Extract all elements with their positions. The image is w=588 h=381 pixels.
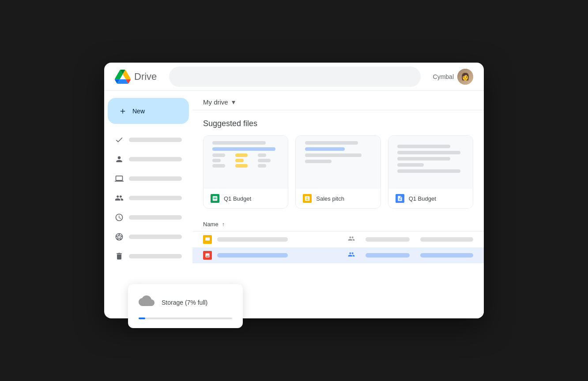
file-list-header: Name ↑ xyxy=(192,217,484,232)
docs-icon xyxy=(396,194,404,203)
preview-content xyxy=(397,141,464,176)
suggested-files-section: Suggested files xyxy=(192,110,484,217)
trash-icon xyxy=(115,252,124,261)
new-button[interactable]: ＋ New xyxy=(108,98,189,124)
file-row-size xyxy=(420,253,473,258)
people-icon xyxy=(115,194,124,202)
my-drive-icon xyxy=(115,135,124,144)
sidebar-item-recent[interactable] xyxy=(108,209,189,226)
person-icon xyxy=(115,155,124,164)
people-icon xyxy=(348,251,355,260)
svg-rect-0 xyxy=(205,238,210,241)
file-row-name xyxy=(217,237,288,242)
preview-line xyxy=(397,145,450,148)
preview-line xyxy=(212,159,221,162)
storage-label: Storage (7% full) xyxy=(162,299,207,306)
plus-icon: ＋ xyxy=(118,105,127,117)
drive-logo-icon xyxy=(115,69,131,85)
preview-line xyxy=(212,164,225,168)
file-name: Sales pitch xyxy=(316,195,344,202)
file-list-section: Name ↑ xyxy=(192,217,484,263)
preview-line xyxy=(258,164,266,168)
preview-content xyxy=(305,141,372,166)
table-row[interactable] xyxy=(192,247,484,263)
avatar-image: 👩 xyxy=(457,69,473,85)
sidebar-item-label xyxy=(129,254,182,258)
breadcrumb-title[interactable]: My drive xyxy=(203,98,228,106)
file-name: Q1 Budget xyxy=(224,195,251,202)
cloud-icon xyxy=(139,293,155,312)
preview-line xyxy=(305,147,345,151)
preview-line xyxy=(397,163,424,167)
clock-icon xyxy=(115,213,124,222)
file-card-info: Sales pitch xyxy=(296,189,380,208)
preview-line xyxy=(305,141,358,145)
sidebar-item-trash[interactable] xyxy=(108,247,189,265)
sidebar-item-my-drive[interactable] xyxy=(108,131,189,149)
slides-icon xyxy=(303,194,312,203)
sort-label[interactable]: Name xyxy=(203,221,219,228)
sidebar-item-label xyxy=(129,196,182,200)
preview-line xyxy=(212,147,275,151)
star-icon xyxy=(115,232,124,241)
sidebar-item-starred[interactable] xyxy=(108,228,189,246)
sidebar-item-label xyxy=(129,215,182,220)
breadcrumb: My drive ▾ xyxy=(192,91,484,110)
file-card-sales-pitch[interactable]: Sales pitch xyxy=(295,135,381,209)
user-area: Cymbal 👩 xyxy=(433,69,473,85)
search-bar[interactable] xyxy=(169,67,420,87)
file-card-preview xyxy=(204,136,288,189)
file-card-q1-budget-docs[interactable]: Q1 Budget xyxy=(388,135,473,209)
preview-cols xyxy=(212,153,279,169)
new-button-label: New xyxy=(132,108,145,115)
user-name-label: Cymbal xyxy=(433,73,454,80)
file-card-info: Q1 Budget xyxy=(388,189,473,208)
file-card-preview xyxy=(296,136,380,189)
preview-line xyxy=(235,153,248,157)
file-cards-container: Q1 Budget xyxy=(192,135,484,217)
preview-line xyxy=(305,153,362,157)
sidebar-item-shared-drives[interactable] xyxy=(108,150,189,168)
photos-row-icon xyxy=(203,251,212,260)
file-card-info: Q1 Budget xyxy=(204,189,288,208)
preview-col xyxy=(235,153,256,169)
preview-line xyxy=(235,159,244,162)
avatar[interactable]: 👩 xyxy=(457,69,473,85)
file-card-preview xyxy=(388,136,473,189)
sidebar-item-computers[interactable] xyxy=(108,170,189,187)
preview-line xyxy=(212,141,265,145)
storage-widget: Storage (7% full) xyxy=(128,284,243,328)
table-row[interactable] xyxy=(192,232,484,247)
sidebar-item-label xyxy=(129,176,182,181)
storage-content: Storage (7% full) xyxy=(139,293,232,312)
preview-line xyxy=(258,153,266,157)
file-row-name xyxy=(217,253,288,258)
file-row-modified xyxy=(366,237,410,242)
preview-content xyxy=(212,141,279,169)
sort-arrow-icon[interactable]: ↑ xyxy=(222,221,225,228)
preview-line xyxy=(305,160,332,163)
file-card-q1-budget-sheets[interactable]: Q1 Budget xyxy=(203,135,288,209)
chevron-down-icon[interactable]: ▾ xyxy=(232,98,235,106)
suggested-files-title: Suggested files xyxy=(192,110,484,135)
sidebar-item-label xyxy=(129,138,182,142)
file-name: Q1 Budget xyxy=(409,195,436,202)
preview-line xyxy=(212,153,225,157)
preview-col xyxy=(212,153,234,169)
sidebar-item-label xyxy=(129,235,182,239)
app-window: Drive Cymbal 👩 ＋ New xyxy=(104,63,484,318)
preview-line xyxy=(397,169,460,173)
preview-line xyxy=(397,151,460,154)
preview-col xyxy=(258,153,279,169)
header: Drive Cymbal 👩 xyxy=(104,63,484,91)
sidebar-item-shared-me[interactable] xyxy=(108,189,189,207)
file-row-modified xyxy=(366,253,410,258)
people-icon xyxy=(348,235,355,244)
preview-line xyxy=(397,157,450,161)
logo-area: Drive xyxy=(115,69,157,85)
storage-bar-fill xyxy=(139,318,145,319)
slides-row-icon xyxy=(203,235,212,244)
sidebar-item-label xyxy=(129,157,182,161)
computer-icon xyxy=(115,174,124,183)
file-row-size xyxy=(420,237,473,242)
